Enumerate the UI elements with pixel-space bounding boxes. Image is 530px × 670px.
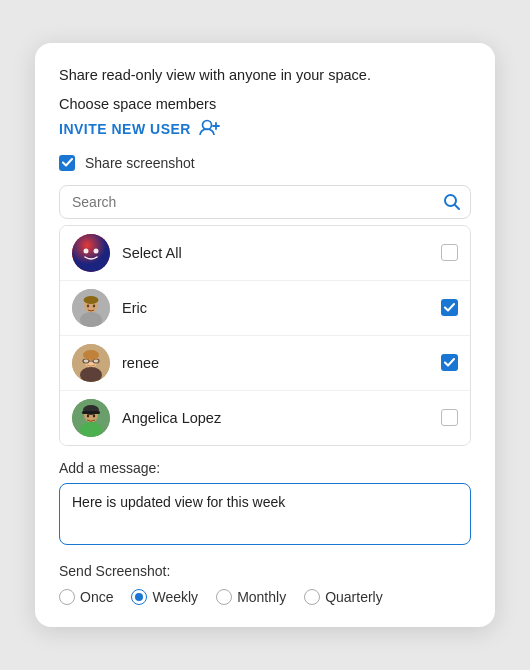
- user-row-angelica[interactable]: Angelica Lopez: [60, 391, 470, 445]
- svg-point-4: [84, 248, 89, 253]
- radio-weekly-circle[interactable]: [131, 589, 147, 605]
- radio-monthly-circle[interactable]: [216, 589, 232, 605]
- user-row-renee[interactable]: renee: [60, 336, 470, 391]
- user-name-select-all: Select All: [122, 245, 429, 261]
- checkbox-select-all[interactable]: [441, 244, 458, 261]
- radio-once[interactable]: Once: [59, 589, 113, 605]
- search-icon: [443, 193, 461, 211]
- avatar-renee: [72, 344, 110, 382]
- radio-monthly[interactable]: Monthly: [216, 589, 286, 605]
- user-name-eric: Eric: [122, 300, 429, 316]
- invite-row: INVITE NEW USER: [59, 118, 471, 141]
- radio-row: Once Weekly Monthly Quarterly: [59, 589, 471, 605]
- radio-monthly-label: Monthly: [237, 589, 286, 605]
- add-message-label: Add a message:: [59, 460, 471, 476]
- avatar-eric: [72, 289, 110, 327]
- user-name-renee: renee: [122, 355, 429, 371]
- svg-point-3: [72, 234, 110, 272]
- search-container: [59, 185, 471, 219]
- radio-quarterly-circle[interactable]: [304, 589, 320, 605]
- svg-point-5: [94, 248, 99, 253]
- user-list: Select All Eric: [59, 225, 471, 446]
- checkbox-angelica[interactable]: [441, 409, 458, 426]
- invite-new-user-button[interactable]: INVITE NEW USER: [59, 121, 191, 137]
- message-textarea[interactable]: Here is updated view for this week: [59, 483, 471, 545]
- search-input[interactable]: [59, 185, 471, 219]
- radio-quarterly-label: Quarterly: [325, 589, 383, 605]
- send-screenshot-label: Send Screenshot:: [59, 563, 471, 579]
- svg-point-11: [93, 304, 95, 307]
- svg-point-23: [87, 414, 89, 417]
- radio-once-label: Once: [80, 589, 113, 605]
- svg-point-24: [93, 414, 95, 417]
- svg-rect-22: [82, 411, 100, 414]
- svg-point-8: [84, 296, 99, 304]
- share-modal: Share read-only view with anyone in your…: [35, 43, 495, 626]
- user-name-angelica: Angelica Lopez: [122, 410, 429, 426]
- radio-weekly-label: Weekly: [152, 589, 198, 605]
- avatar-select-all: [72, 234, 110, 272]
- checkbox-eric[interactable]: [441, 299, 458, 316]
- share-screenshot-row: Share screenshot: [59, 155, 471, 171]
- radio-once-circle[interactable]: [59, 589, 75, 605]
- share-screenshot-checkbox[interactable]: [59, 155, 75, 171]
- svg-point-10: [87, 304, 89, 307]
- avatar-angelica: [72, 399, 110, 437]
- header-text: Share read-only view with anyone in your…: [59, 65, 471, 85]
- add-user-icon[interactable]: [199, 118, 221, 141]
- checkbox-renee[interactable]: [441, 354, 458, 371]
- radio-quarterly[interactable]: Quarterly: [304, 589, 383, 605]
- user-row-select-all[interactable]: Select All: [60, 226, 470, 281]
- share-screenshot-label: Share screenshot: [85, 155, 195, 171]
- choose-members-label: Choose space members: [59, 96, 471, 112]
- svg-point-17: [83, 350, 99, 360]
- user-row-eric[interactable]: Eric: [60, 281, 470, 336]
- radio-weekly[interactable]: Weekly: [131, 589, 198, 605]
